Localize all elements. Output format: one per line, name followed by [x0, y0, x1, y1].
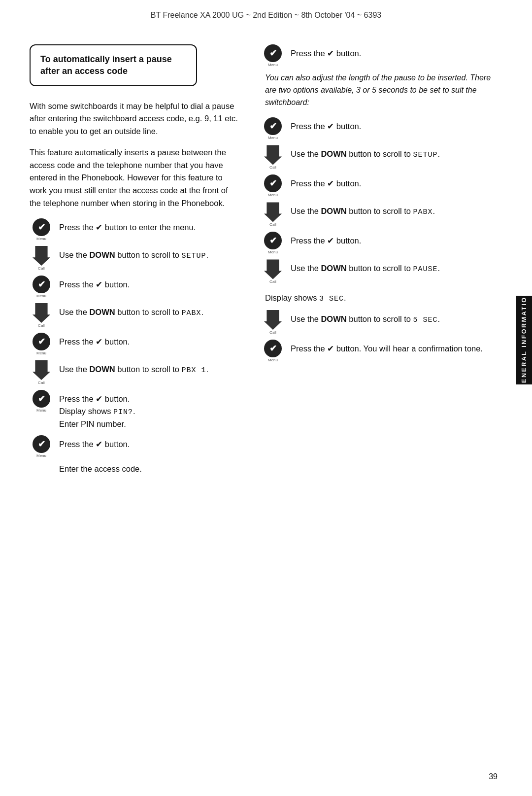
menu-icon-2: ✔ Menu — [30, 276, 53, 298]
down-icon-3: Call — [30, 360, 53, 385]
left-steps: ✔ Menu Press the ✔ button to enter the m… — [30, 218, 241, 458]
left-step-6: Call Use the DOWN button to scroll to PB… — [30, 360, 241, 385]
left-step-2: Call Use the DOWN button to scroll to SE… — [30, 246, 241, 271]
left-step-8: ✔ Menu Press the ✔ button. — [30, 435, 241, 458]
right-step-3: Call Use the DOWN button to scroll to SE… — [261, 145, 502, 170]
left-para2: This feature automatically inserts a pau… — [30, 146, 241, 209]
side-tab: GENERAL INFORMATION — [516, 296, 532, 384]
right-step-4: ✔ Menu Press the ✔ button. — [261, 174, 502, 197]
right-step-8: Call Use the DOWN button to scroll to 5 … — [261, 310, 502, 335]
r-menu-icon-2: ✔ Menu — [261, 117, 285, 140]
right-column: ✔ Menu Press the ✔ button. You can also … — [256, 44, 502, 485]
menu-icon-4: ✔ Menu — [30, 390, 53, 413]
r-menu-icon-3: ✔ Menu — [261, 174, 285, 197]
callout-text: To automatically insert a pause after an… — [40, 53, 186, 77]
r-down-icon-3: Call — [261, 259, 285, 284]
menu-icon-3: ✔ Menu — [30, 333, 53, 355]
left-step-7: ✔ Menu Press the ✔ button.Display shows … — [30, 390, 241, 430]
left-step-5: ✔ Menu Press the ✔ button. — [30, 333, 241, 355]
r-menu-icon-1: ✔ Menu — [261, 44, 285, 67]
right-step-5: Call Use the DOWN button to scroll to PA… — [261, 202, 502, 227]
r-menu-icon-5: ✔ Menu — [261, 340, 285, 362]
menu-icon-5: ✔ Menu — [30, 435, 53, 458]
header-title: BT Freelance XA 2000 UG ~ 2nd Edition ~ … — [151, 11, 381, 19]
right-step-7: Call Use the DOWN button to scroll to PA… — [261, 259, 502, 284]
down-icon-2: Call — [30, 303, 53, 328]
right-step-1: ✔ Menu Press the ✔ button. — [261, 44, 502, 67]
menu-icon-1: ✔ Menu — [30, 218, 53, 241]
r-menu-icon-4: ✔ Menu — [261, 232, 285, 254]
left-para1: With some switchboards it may be helpful… — [30, 100, 241, 138]
page-header: BT Freelance XA 2000 UG ~ 2nd Edition ~ … — [0, 0, 532, 25]
left-last-line: Enter the access code. — [59, 463, 241, 476]
right-step-9: ✔ Menu Press the ✔ button. You will hear… — [261, 340, 502, 362]
down-icon-1: Call — [30, 246, 53, 271]
right-step-6: ✔ Menu Press the ✔ button. — [261, 232, 502, 254]
right-display-3sec: Display shows 3 SEC. — [265, 289, 502, 305]
page-number: 39 — [489, 772, 498, 781]
callout-box: To automatically insert a pause after an… — [30, 44, 197, 86]
right-step-2: ✔ Menu Press the ✔ button. — [261, 117, 502, 140]
left-step-1: ✔ Menu Press the ✔ button to enter the m… — [30, 218, 241, 241]
left-step-3: ✔ Menu Press the ✔ button. — [30, 276, 241, 298]
main-content: To automatically insert a pause after an… — [30, 44, 502, 485]
r-down-icon-2: Call — [261, 202, 285, 227]
left-column: To automatically insert a pause after an… — [30, 44, 256, 485]
right-italic-block: You can also adjust the length of the pa… — [265, 72, 502, 108]
r-down-icon-4: Call — [261, 310, 285, 335]
r-down-icon-1: Call — [261, 145, 285, 170]
left-step-4: Call Use the DOWN button to scroll to PA… — [30, 303, 241, 328]
